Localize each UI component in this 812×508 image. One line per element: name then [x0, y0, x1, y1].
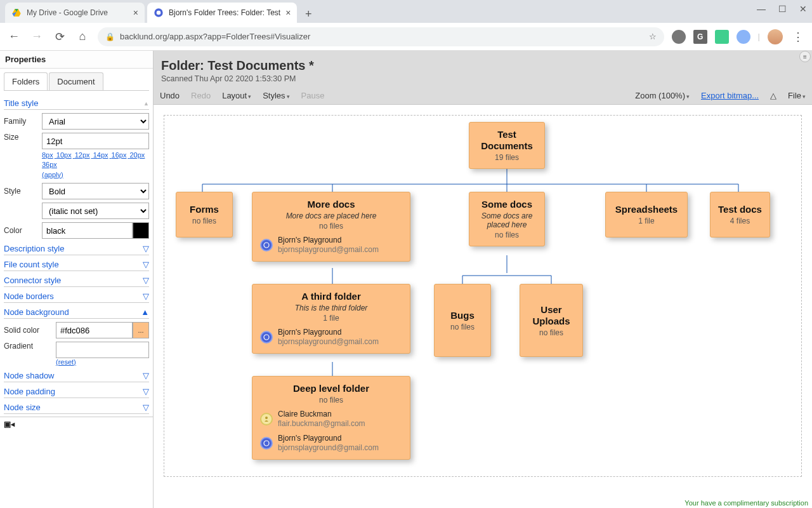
- weight-select[interactable]: Bold: [42, 183, 149, 199]
- browser-tab-inactive[interactable]: My Drive - Google Drive ×: [5, 3, 145, 23]
- ext-icon[interactable]: [715, 30, 729, 44]
- avatar[interactable]: [768, 29, 783, 44]
- size-preset[interactable]: 36px: [42, 161, 57, 168]
- section-description-style[interactable]: Description style▽: [4, 242, 149, 255]
- gradient-input[interactable]: [56, 342, 149, 358]
- section-connector-style[interactable]: Connector style▽: [4, 274, 149, 287]
- back-icon[interactable]: ←: [6, 29, 22, 44]
- forward-icon[interactable]: →: [29, 29, 44, 44]
- section-node-size[interactable]: Node size▽: [4, 401, 149, 414]
- color-input[interactable]: [42, 222, 133, 239]
- reload-icon[interactable]: ⟳: [52, 29, 67, 44]
- browser-tab-active[interactable]: Bjorn's Folder Trees: Folder: Test ×: [147, 3, 297, 23]
- svg-point-5: [264, 243, 269, 248]
- ext-icon[interactable]: G: [693, 30, 707, 44]
- tree-node-root[interactable]: Test Documents 19 files: [469, 122, 545, 169]
- page-title: Folder: Test Documents *: [161, 58, 804, 73]
- section-node-padding[interactable]: Node padding▽: [4, 385, 149, 398]
- zoom-menu[interactable]: Zoom (100%): [635, 91, 690, 100]
- footer-icon[interactable]: ▣◂: [4, 420, 15, 429]
- color-swatch[interactable]: ...: [133, 322, 149, 338]
- cloud-icon[interactable]: △: [770, 91, 776, 100]
- reset-link[interactable]: (reset): [56, 358, 149, 366]
- expand-icon: ▽: [143, 291, 149, 301]
- new-tab-button[interactable]: +: [299, 5, 317, 23]
- node-count: 4 files: [718, 217, 762, 225]
- tree-node[interactable]: Test docs 4 files: [710, 192, 770, 237]
- browser-toolbar: ← → ⟳ ⌂ 🔒 backlund.org/app.aspx?app=Fold…: [0, 23, 812, 51]
- family-select[interactable]: Arial: [42, 113, 149, 130]
- section-node-background[interactable]: Node background▲: [4, 305, 149, 319]
- export-bitmap-link[interactable]: Export bitmap...: [701, 91, 759, 100]
- address-bar[interactable]: 🔒 backlund.org/app.aspx?app=FolderTrees#…: [98, 27, 664, 46]
- expand-icon: ▽: [143, 371, 149, 380]
- styles-menu[interactable]: Styles: [263, 91, 289, 100]
- tree-node[interactable]: Bugs no files: [434, 284, 491, 357]
- node-count: no files: [260, 222, 402, 231]
- tree-node[interactable]: Some docs Some docs are placed here no f…: [469, 192, 545, 246]
- layout-menu[interactable]: Layout: [222, 91, 251, 100]
- node-title: Deep level folder: [260, 383, 402, 394]
- browser-tab-strip: My Drive - Google Drive × Bjorn's Folder…: [0, 0, 812, 23]
- size-preset[interactable]: 10px: [56, 151, 72, 159]
- section-filecount-style[interactable]: File count style▽: [4, 258, 149, 271]
- size-preset[interactable]: 20px: [130, 151, 145, 159]
- redo-button[interactable]: Redo: [191, 91, 211, 100]
- tree-node[interactable]: A third folder This is the third folder …: [252, 284, 410, 354]
- pause-button[interactable]: Pause: [301, 91, 325, 100]
- node-description: More docs are placed here: [260, 211, 402, 220]
- node-owner: Bjorn's Playground bjornsplayground@gmai…: [260, 328, 402, 347]
- node-count: no files: [528, 328, 575, 337]
- size-presets: 8px 10px 12px 14px 16px 20px 36px (apply…: [42, 150, 149, 180]
- solid-color-label: Solid color: [4, 326, 52, 335]
- italic-select[interactable]: (italic not set): [42, 203, 149, 219]
- canvas-scroll[interactable]: Test Documents 19 files Forms no files M…: [154, 105, 812, 508]
- app-icon: [154, 8, 164, 18]
- close-icon[interactable]: ×: [133, 8, 138, 18]
- size-apply[interactable]: (apply): [42, 171, 63, 178]
- svg-point-7: [265, 417, 268, 419]
- owner-icon: [260, 437, 273, 450]
- size-preset[interactable]: 8px: [42, 151, 53, 159]
- close-icon[interactable]: ×: [285, 8, 291, 18]
- section-node-shadow[interactable]: Node shadow▽: [4, 369, 149, 382]
- size-preset[interactable]: 12px: [75, 151, 90, 159]
- owner-icon: [260, 413, 273, 425]
- tree-canvas: Test Documents 19 files Forms no files M…: [164, 115, 802, 477]
- tree-node[interactable]: Forms no files: [176, 192, 233, 237]
- node-owner: Claire Buckman flair.buckman@gmail.com: [260, 410, 402, 429]
- owner-name: Claire Buckman: [278, 410, 365, 419]
- section-title-style[interactable]: Title style ▲: [4, 96, 149, 110]
- maximize-icon[interactable]: ☐: [778, 4, 787, 14]
- size-preset[interactable]: 16px: [112, 151, 127, 159]
- home-icon[interactable]: ⌂: [75, 29, 90, 44]
- collapse-icon: ▲: [143, 100, 149, 107]
- file-menu[interactable]: File: [788, 91, 806, 100]
- size-preset[interactable]: 14px: [93, 151, 108, 159]
- panel-toggle-icon[interactable]: ≡: [799, 51, 811, 62]
- main-area: ≡ Folder: Test Documents * Scanned Thu A…: [154, 51, 812, 508]
- scan-timestamp: Scanned Thu Apr 02 2020 1:53:30 PM: [161, 74, 804, 83]
- ext-icon[interactable]: [672, 30, 686, 44]
- size-input[interactable]: [42, 133, 149, 149]
- tree-node[interactable]: Deep level folder no files Claire Buckma…: [252, 376, 410, 460]
- tab-document[interactable]: Document: [49, 72, 103, 90]
- undo-button[interactable]: Undo: [160, 91, 180, 100]
- owner-email: bjornsplayground@gmail.com: [278, 443, 379, 453]
- solid-color-input[interactable]: [56, 322, 133, 338]
- expand-icon: ▽: [143, 403, 149, 412]
- ext-icon[interactable]: [737, 30, 750, 44]
- tree-node[interactable]: User Uploads no files: [520, 284, 583, 357]
- section-node-borders[interactable]: Node borders▽: [4, 290, 149, 303]
- color-swatch[interactable]: [133, 222, 149, 239]
- minimize-icon[interactable]: —: [757, 4, 766, 14]
- star-icon[interactable]: ☆: [649, 32, 657, 41]
- tab-folders[interactable]: Folders: [4, 72, 48, 90]
- close-icon[interactable]: ✕: [799, 4, 807, 14]
- menu-icon[interactable]: ⋮: [790, 29, 806, 44]
- tree-node[interactable]: More docs More docs are placed here no f…: [252, 192, 410, 262]
- tree-node[interactable]: Spreadsheets 1 file: [605, 192, 688, 237]
- owner-email: bjornsplayground@gmail.com: [278, 337, 379, 347]
- node-title: More docs: [260, 199, 402, 210]
- owner-email: bjornsplayground@gmail.com: [278, 245, 379, 255]
